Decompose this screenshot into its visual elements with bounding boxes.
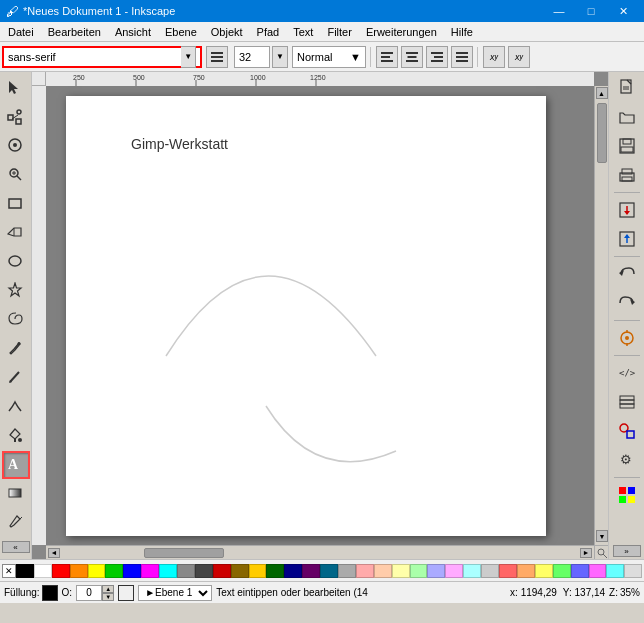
palette-color[interactable] — [266, 564, 284, 578]
font-name-input[interactable] — [8, 51, 181, 63]
palette-color[interactable] — [517, 564, 535, 578]
stroke-swatch[interactable] — [118, 585, 134, 601]
horizontal-scrollbar[interactable]: ◄ ► — [46, 545, 594, 559]
palette-color[interactable] — [410, 564, 428, 578]
pencil-tool[interactable] — [2, 364, 30, 392]
font-size-box[interactable] — [234, 46, 270, 68]
palette-color[interactable] — [571, 564, 589, 578]
vertical-scrollbar[interactable]: ▲ ▼ — [594, 86, 608, 545]
dropper-tool[interactable] — [2, 509, 30, 537]
titlebar-controls[interactable]: — □ ✕ — [544, 2, 638, 20]
palette-color[interactable] — [159, 564, 177, 578]
palette-color[interactable] — [463, 564, 481, 578]
calligraphy-tool[interactable] — [2, 393, 30, 421]
palette-color[interactable] — [338, 564, 356, 578]
expand-right-button[interactable]: » — [613, 545, 641, 557]
font-size-input[interactable] — [239, 51, 265, 63]
undo-button[interactable] — [613, 260, 641, 288]
layers-button[interactable] — [613, 388, 641, 416]
print-button[interactable] — [613, 161, 641, 189]
paintbucket-tool[interactable] — [2, 422, 30, 450]
align-left-button[interactable] — [376, 46, 398, 68]
palette-color[interactable] — [445, 564, 463, 578]
maximize-button[interactable]: □ — [576, 2, 606, 20]
canvas-scroll[interactable]: Gimp-Werkstatt — [46, 86, 594, 545]
layer-area[interactable]: ►Ebene 1 — [138, 585, 212, 601]
snap-button[interactable] — [613, 324, 641, 352]
tweak-tool[interactable] — [2, 132, 30, 160]
save-button[interactable] — [613, 132, 641, 160]
menu-item-ebene[interactable]: Ebene — [159, 23, 203, 41]
palette-color[interactable] — [499, 564, 517, 578]
palette-color[interactable] — [606, 564, 624, 578]
minimize-button[interactable]: — — [544, 2, 574, 20]
objects-button[interactable] — [613, 417, 641, 445]
symbols-button[interactable]: ⚙ — [613, 446, 641, 474]
palette-color[interactable] — [356, 564, 374, 578]
export-button[interactable] — [613, 225, 641, 253]
menu-item-filter[interactable]: Filter — [321, 23, 357, 41]
palette-color[interactable] — [320, 564, 338, 578]
new-document-button[interactable] — [613, 74, 641, 102]
opacity-up[interactable]: ▲ — [102, 585, 114, 593]
align-justify-button[interactable] — [451, 46, 473, 68]
import-button[interactable] — [613, 196, 641, 224]
canvas[interactable]: Gimp-Werkstatt — [66, 96, 546, 536]
palette-color[interactable] — [52, 564, 70, 578]
spiral-tool[interactable] — [2, 306, 30, 334]
scroll-left-button[interactable]: ◄ — [48, 548, 60, 558]
palette-color[interactable] — [141, 564, 159, 578]
opacity-input[interactable] — [76, 585, 102, 601]
palette-color[interactable] — [88, 564, 106, 578]
palette-color[interactable] — [123, 564, 141, 578]
palette-color[interactable] — [70, 564, 88, 578]
remove-fill-button[interactable]: ✕ — [2, 564, 16, 578]
close-button[interactable]: ✕ — [608, 2, 638, 20]
scroll-down-button[interactable]: ▼ — [596, 530, 608, 542]
xml-editor-button[interactable]: </> — [613, 359, 641, 387]
palette-color[interactable] — [427, 564, 445, 578]
palette-color[interactable] — [105, 564, 123, 578]
zoom-tool[interactable] — [2, 161, 30, 189]
3dbox-tool[interactable] — [2, 219, 30, 247]
palette-color[interactable] — [392, 564, 410, 578]
palette-color[interactable] — [195, 564, 213, 578]
menu-item-hilfe[interactable]: Hilfe — [445, 23, 479, 41]
pen-tool[interactable] — [2, 335, 30, 363]
ellipse-tool[interactable] — [2, 248, 30, 276]
font-name-box[interactable]: ▼ — [2, 46, 202, 68]
menu-item-erweiterungen[interactable]: Erweiterungen — [360, 23, 443, 41]
text-tool[interactable]: A — [2, 451, 30, 479]
scroll-up-button[interactable]: ▲ — [596, 87, 608, 99]
font-size-dropdown[interactable]: ▼ — [272, 46, 288, 68]
selector-tool[interactable] — [2, 74, 30, 102]
palette-color[interactable] — [624, 564, 642, 578]
palette-color[interactable] — [553, 564, 571, 578]
scroll-thumb-v[interactable] — [597, 103, 607, 163]
superscript-button[interactable]: xy — [483, 46, 505, 68]
palette-color[interactable] — [177, 564, 195, 578]
scroll-right-button[interactable]: ► — [580, 548, 592, 558]
palette-color[interactable] — [284, 564, 302, 578]
palette-color[interactable] — [481, 564, 499, 578]
palette-color[interactable] — [374, 564, 392, 578]
menu-item-text[interactable]: Text — [287, 23, 319, 41]
gradient-tool[interactable] — [2, 480, 30, 508]
menu-item-objekt[interactable]: Objekt — [205, 23, 249, 41]
star-tool[interactable] — [2, 277, 30, 305]
node-tool[interactable] — [2, 103, 30, 131]
scroll-thumb-h[interactable] — [144, 548, 224, 558]
palette-color[interactable] — [589, 564, 607, 578]
font-list-button[interactable] — [206, 46, 228, 68]
palette-color[interactable] — [34, 564, 52, 578]
redo-button[interactable] — [613, 289, 641, 317]
menu-item-bearbeiten[interactable]: Bearbeiten — [42, 23, 107, 41]
swatches-button[interactable] — [613, 481, 641, 509]
rect-tool[interactable] — [2, 190, 30, 218]
align-center-button[interactable] — [401, 46, 423, 68]
expand-tools-button[interactable]: « — [2, 541, 30, 553]
palette-color[interactable] — [16, 564, 34, 578]
font-style-box[interactable]: Normal ▼ — [292, 46, 366, 68]
menu-item-ansicht[interactable]: Ansicht — [109, 23, 157, 41]
open-button[interactable] — [613, 103, 641, 131]
